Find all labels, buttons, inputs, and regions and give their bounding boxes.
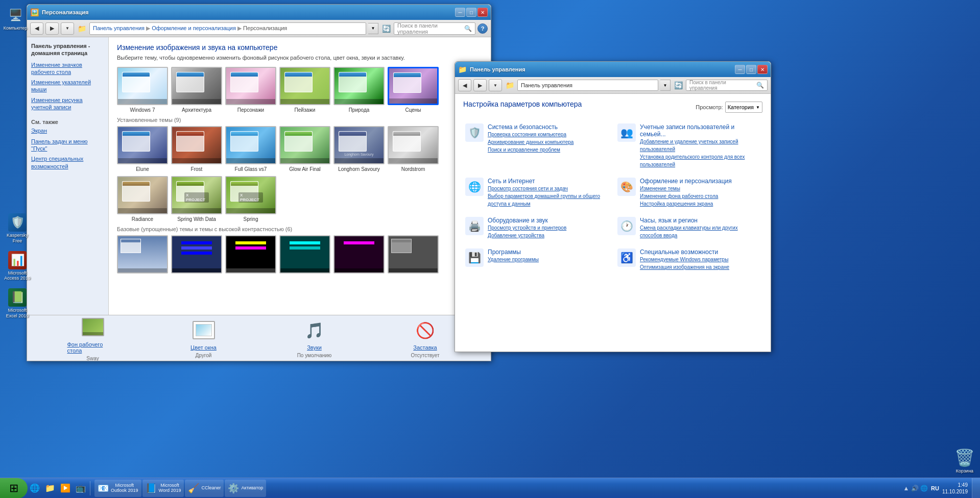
bottom-wallpaper[interactable]: Фон рабочего стола Sway <box>67 315 118 361</box>
taskbar-outlook[interactable]: 📧 MicrosoftOutlook 2019 <box>94 480 141 497</box>
cp2-back-button[interactable]: ◀ <box>458 79 471 91</box>
cp2-network-link-0[interactable]: Просмотр состояния сети и задач <box>488 185 608 192</box>
basic-theme-4[interactable] <box>279 235 330 273</box>
sounds-label[interactable]: Звуки <box>307 344 322 351</box>
sidebar-link-icons[interactable]: Изменение значков рабочего стола <box>31 61 104 76</box>
ql-explorer[interactable]: 📁 <box>43 481 57 495</box>
cp2-forward-button[interactable]: ▶ <box>473 79 487 91</box>
ql-media[interactable]: ▶️ <box>58 481 73 495</box>
cp2-minimize-button[interactable]: ─ <box>735 65 745 74</box>
theme-fullglass[interactable]: Full Glass vs7 <box>225 126 276 172</box>
theme-chars[interactable]: Персонажи <box>225 67 276 113</box>
cp2-appearance-link-2[interactable]: Настройка разрешения экрана <box>640 200 760 208</box>
search-bar[interactable]: Поиск в панели управления 🔍 <box>394 22 475 35</box>
basic-theme-5[interactable] <box>333 235 385 273</box>
help-button[interactable]: ? <box>477 23 488 34</box>
breadcrumb-cp[interactable]: Панель управления <box>93 25 145 31</box>
cp2-clock-title[interactable]: Часы, язык и регион <box>640 217 760 224</box>
sidebar-link-account[interactable]: Изменение рисунка учетной записи <box>31 96 104 111</box>
theme-elune[interactable]: Elune <box>117 126 168 172</box>
cp2-clock-link-0[interactable]: Смена раскладки клавиатуры или других сп… <box>640 224 760 239</box>
theme-frost[interactable]: Frost <box>171 126 222 172</box>
theme-longhorn[interactable]: Longhorn Savoury Longhorn Savoury <box>333 126 385 172</box>
cp2-addr-dropdown[interactable]: ▼ <box>660 80 671 91</box>
start-button[interactable]: ⊞ <box>0 478 28 499</box>
cp2-accounts-link-1[interactable]: Установка родительского контроля для все… <box>640 153 760 168</box>
cp2-close-button[interactable]: ✕ <box>757 65 768 74</box>
basic-theme-3[interactable] <box>225 235 276 273</box>
minimize-button[interactable]: ─ <box>455 8 465 17</box>
cp2-network-title[interactable]: Сеть и Интернет <box>488 178 608 185</box>
theme-win7[interactable]: Windows 7 <box>117 67 168 113</box>
cp2-appearance-link-0[interactable]: Изменение темы <box>640 185 760 192</box>
bottom-sounds[interactable]: 🎵 Звуки По умолчанию <box>289 318 340 358</box>
theme-scenes[interactable]: Сцены <box>388 67 439 113</box>
breadcrumb-appearance[interactable]: Оформление и персонализация <box>152 25 236 31</box>
back-button[interactable]: ◀ <box>30 22 43 35</box>
bottom-screensaver[interactable]: 🚫 Заставка Отсутствует <box>400 318 451 358</box>
theme-glow[interactable]: Glow Air Final <box>279 126 330 172</box>
cp2-address-bar[interactable]: Панель управления <box>517 80 658 91</box>
cp2-system-link-0[interactable]: Проверка состояния компьютера <box>488 131 608 138</box>
cp2-system-link-1[interactable]: Архивирование данных компьютера <box>488 138 608 146</box>
cp2-accessibility-title[interactable]: Специальные возможности <box>640 248 760 256</box>
theme-landscape[interactable]: Пейзажи <box>279 67 330 113</box>
desktop-icon-access[interactable]: 📊 Microsoft Access 2019 <box>2 249 33 284</box>
theme-spring[interactable]: X PROJECT Spring <box>225 176 276 222</box>
see-also-screen[interactable]: Экран <box>31 127 104 134</box>
recent-button[interactable]: ▼ <box>61 22 74 35</box>
address-bar[interactable]: Панель управления ▶ Оформление и персона… <box>89 22 366 35</box>
cp2-recent-button[interactable]: ▼ <box>489 79 502 91</box>
forward-button[interactable]: ▶ <box>45 22 59 35</box>
basic-theme-1[interactable] <box>117 235 168 273</box>
see-also-taskbar[interactable]: Панель задач и меню "Пуск" <box>31 138 104 153</box>
cp2-hardware-link-1[interactable]: Добавление устройства <box>488 232 608 239</box>
cp2-appearance-link-1[interactable]: Изменение фона рабочего стола <box>640 192 760 200</box>
cp2-appearance-title[interactable]: Оформление и персонализация <box>640 178 760 185</box>
theme-nature[interactable]: Природа <box>333 67 385 113</box>
cp2-network-link-1[interactable]: Выбор параметров домашней группы и общег… <box>488 192 608 208</box>
basic-theme-2[interactable] <box>171 235 222 273</box>
ql-ie[interactable]: 🌐 <box>28 481 42 495</box>
cp2-programs-title[interactable]: Программы <box>488 248 608 256</box>
cp2-system-link-2[interactable]: Поиск и исправление проблем <box>488 146 608 154</box>
cp2-programs-link-0[interactable]: Удаление программы <box>488 256 608 263</box>
desktop-icon-computer[interactable]: 🖥️ Компьютер <box>2 4 29 33</box>
cp2-maximize-button[interactable]: □ <box>746 65 756 74</box>
recycle-bin[interactable]: 🗑️ Корзина <box>954 448 975 474</box>
address-dropdown[interactable]: ▼ <box>368 23 378 34</box>
cp2-accessibility-link-1[interactable]: Оптимизация изображения на экране <box>640 263 760 271</box>
taskbar-time[interactable]: 1:49 11.10.2019 <box>942 482 968 495</box>
bottom-color[interactable]: Цвет окна Другой <box>178 318 229 358</box>
cp2-search-bar[interactable]: Поиск в панели управления 🔍 <box>686 80 768 91</box>
cp2-view-dropdown[interactable]: Категория ▼ <box>725 102 762 113</box>
cp2-accounts-title[interactable]: Учетные записи пользователей и семьей... <box>640 123 760 138</box>
sidebar-link-mouse[interactable]: Изменение указателей мыши <box>31 79 104 93</box>
color-label[interactable]: Цвет окна <box>190 344 217 351</box>
ql-screen[interactable]: 📺 <box>74 481 88 495</box>
close-button[interactable]: ✕ <box>477 8 488 17</box>
theme-radiance[interactable]: Radiance <box>117 176 168 222</box>
theme-nordstrom[interactable]: Nordstrom <box>388 126 439 172</box>
cp2-hardware-title[interactable]: Оборудование и звук <box>488 217 608 224</box>
basic-theme-6[interactable] <box>388 235 439 273</box>
taskbar-lang[interactable]: RU <box>931 485 939 491</box>
cp2-search-icon[interactable]: 🔍 <box>756 82 764 89</box>
cp2-accessibility-link-0[interactable]: Рекомендуемые Windows параметры <box>640 256 760 263</box>
theme-arch[interactable]: Архитектура <box>171 67 222 113</box>
maximize-button[interactable]: □ <box>466 8 476 17</box>
taskbar-activator[interactable]: ⚙️ Активатор <box>225 480 266 497</box>
cp2-system-title[interactable]: Система и безопасность <box>488 123 608 131</box>
refresh-icon[interactable]: 🔄 <box>380 23 392 34</box>
taskbar-ccleaner[interactable]: 🧹 CCleaner <box>185 480 224 497</box>
taskbar-show-desktop[interactable] <box>972 478 980 499</box>
cp2-accounts-link-0[interactable]: Добавление и удаление учетных записей по… <box>640 138 760 153</box>
see-also-accessibility[interactable]: Центр специальных возможностей <box>31 155 104 170</box>
cp2-refresh-icon[interactable]: 🔄 <box>673 80 684 91</box>
theme-springwdata[interactable]: X PROJECT Spring With Data <box>171 176 222 222</box>
cp2-hardware-link-0[interactable]: Просмотр устройств и принтеров <box>488 224 608 232</box>
taskbar-word[interactable]: 📘 MicrosoftWord 2019 <box>142 480 184 497</box>
screensaver-label[interactable]: Заставка <box>413 344 437 351</box>
desktop-icon-kaspersky[interactable]: 🛡️ Kaspersky Free <box>2 211 33 246</box>
desktop-icon-excel[interactable]: 📗 Microsoft Excel 2019 <box>2 286 33 321</box>
